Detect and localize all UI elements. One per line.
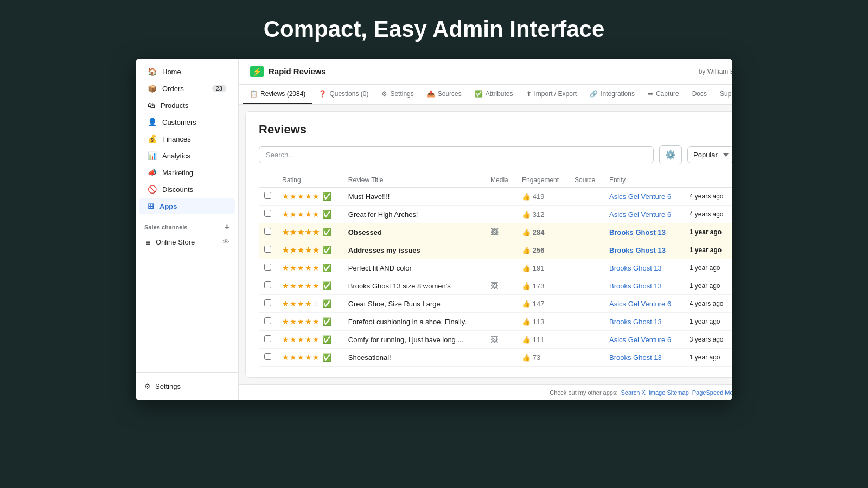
header-title: Review Title (343, 173, 485, 188)
row-entity[interactable]: Brooks Ghost 13 (604, 349, 684, 367)
sidebar-item-products[interactable]: 🛍 Products (139, 97, 235, 113)
row-media (485, 206, 516, 223)
verified-icon: ✅ (322, 317, 331, 326)
footer-link-searchx[interactable]: Search X (621, 389, 646, 396)
star-3: ★ (297, 317, 305, 326)
row-checkbox-cell (259, 188, 277, 206)
sidebar-label-home: Home (162, 68, 181, 76)
row-checkbox-7[interactable] (264, 299, 271, 306)
sidebar-item-discounts[interactable]: 🚫 Discounts (139, 181, 235, 197)
verified-icon: ✅ (322, 192, 331, 201)
tab-questions[interactable]: ❓ Questions (0) (312, 85, 375, 104)
star-rating: ★★★★★ (282, 246, 320, 254)
media-icon: 🖼 (490, 281, 498, 290)
row-rating: ★★★★★ ✅ (277, 223, 343, 241)
entity-link[interactable]: Brooks Ghost 13 (609, 264, 662, 272)
tab-icon-questions: ❓ (318, 90, 327, 98)
table-row: ★★★★★ ✅ Perfect fit AND color 👍 191 Broo… (259, 259, 732, 277)
star-1: ★ (282, 353, 290, 362)
row-entity[interactable]: Brooks Ghost 13 (604, 313, 684, 331)
row-rating: ★★★★★ ✅ (277, 277, 343, 295)
row-source (569, 223, 604, 241)
content-title: Reviews (259, 123, 732, 137)
row-source (569, 188, 604, 206)
tab-docs[interactable]: Docs (686, 85, 713, 104)
add-sales-channel-btn[interactable]: + (225, 222, 229, 232)
verified-icon: ✅ (322, 210, 331, 219)
entity-link[interactable]: Asics Gel Venture 6 (609, 210, 671, 219)
row-checkbox-9[interactable] (264, 335, 271, 342)
entity-link[interactable]: Asics Gel Venture 6 (609, 300, 671, 308)
row-checkbox-8[interactable] (264, 317, 271, 324)
entity-link[interactable]: Brooks Ghost 13 (609, 318, 662, 326)
tab-settings[interactable]: ⚙ Settings (375, 85, 420, 104)
row-entity[interactable]: Brooks Ghost 13 (604, 277, 684, 295)
search-input-wrap (259, 146, 654, 163)
row-checkbox-2[interactable] (264, 210, 271, 217)
row-entity[interactable]: Asics Gel Venture 6 (604, 188, 684, 206)
star-1: ★ (282, 246, 290, 254)
entity-link[interactable]: Brooks Ghost 13 (609, 354, 662, 362)
tab-support[interactable]: Support (713, 85, 732, 104)
entity-link[interactable]: Brooks Ghost 13 (609, 282, 662, 290)
sidebar-item-customers[interactable]: 👤 Customers (139, 114, 235, 130)
filter-button[interactable]: ⚙️ (659, 145, 682, 164)
row-engagement: 👍 73 (516, 349, 569, 367)
tab-sources[interactable]: 📤 Sources (420, 85, 468, 104)
entity-link[interactable]: Brooks Ghost 13 (609, 228, 666, 236)
header-media: Media (485, 173, 516, 188)
row-entity[interactable]: Brooks Ghost 13 (604, 259, 684, 277)
row-engagement: 👍 147 (516, 295, 569, 313)
entity-link[interactable]: Asics Gel Venture 6 (609, 336, 671, 344)
row-time: 3 years ago (684, 331, 732, 349)
entity-link[interactable]: Brooks Ghost 13 (609, 246, 666, 254)
star-rating: ★★★★★ (282, 335, 320, 344)
sidebar-item-analytics[interactable]: 📊 Analytics (139, 147, 235, 164)
sort-select[interactable]: Popular Newest Oldest Rating (687, 146, 732, 163)
entity-link[interactable]: Asics Gel Venture 6 (609, 192, 671, 201)
star-4: ★ (305, 246, 312, 254)
row-entity[interactable]: Brooks Ghost 13 (604, 223, 684, 241)
row-checkbox-4[interactable] (264, 246, 271, 253)
verified-icon: ✅ (322, 353, 331, 362)
row-title: Brooks Ghost 13 size 8 women's (343, 277, 485, 295)
row-time: 4 years ago (684, 206, 732, 223)
row-entity[interactable]: Asics Gel Venture 6 (604, 295, 684, 313)
star-2: ★ (290, 317, 297, 326)
table-row: ★★★★★ ✅ Obsessed 🖼 👍 284 Brooks Ghost 13… (259, 223, 732, 241)
tab-import_export[interactable]: ⬆ Import / Export (520, 85, 584, 104)
row-source (569, 259, 604, 277)
sidebar-item-orders[interactable]: 📦 Orders 23 (139, 80, 235, 97)
star-1: ★ (282, 281, 290, 290)
row-checkbox-10[interactable] (264, 353, 271, 360)
footer-link-image-sitemap[interactable]: Image Sitemap (649, 389, 689, 396)
star-1: ★ (282, 299, 290, 308)
row-checkbox-3[interactable] (264, 228, 271, 235)
analytics-icon: 📊 (148, 151, 157, 160)
tab-capture[interactable]: ➡ Capture (641, 85, 686, 104)
sidebar-item-online-store[interactable]: 🖥 Online Store 👁 (136, 234, 238, 249)
row-entity[interactable]: Asics Gel Venture 6 (604, 206, 684, 223)
sidebar-item-apps[interactable]: ⊞ Apps (139, 198, 235, 214)
sidebar-item-finances[interactable]: 💰 Finances (139, 131, 235, 147)
row-checkbox-6[interactable] (264, 281, 271, 288)
star-2: ★ (290, 353, 297, 362)
row-checkbox-1[interactable] (264, 192, 271, 199)
sidebar-item-home[interactable]: 🏠 Home (139, 63, 235, 80)
settings-nav-item[interactable]: ⚙ Settings (144, 379, 229, 394)
row-entity[interactable]: Brooks Ghost 13 (604, 241, 684, 259)
sidebar-item-marketing[interactable]: 📣 Marketing (139, 164, 235, 181)
footer-link-pagespeed[interactable]: PageSpeed Monitor (692, 389, 732, 396)
row-title: Shoesational! (343, 349, 485, 367)
engagement-count: 👍 256 (522, 246, 564, 254)
star-4: ★ (305, 210, 312, 219)
search-input[interactable] (259, 146, 654, 163)
row-media: 🖼 (485, 331, 516, 349)
tab-integrations[interactable]: 🔗 Integrations (583, 85, 641, 104)
eye-icon[interactable]: 👁 (222, 237, 229, 246)
row-entity[interactable]: Asics Gel Venture 6 (604, 331, 684, 349)
row-checkbox-5[interactable] (264, 264, 271, 271)
row-engagement: 👍 173 (516, 277, 569, 295)
tab-reviews[interactable]: 📋 Reviews (2084) (243, 85, 312, 104)
tab-attributes[interactable]: ✅ Attributes (468, 85, 520, 104)
